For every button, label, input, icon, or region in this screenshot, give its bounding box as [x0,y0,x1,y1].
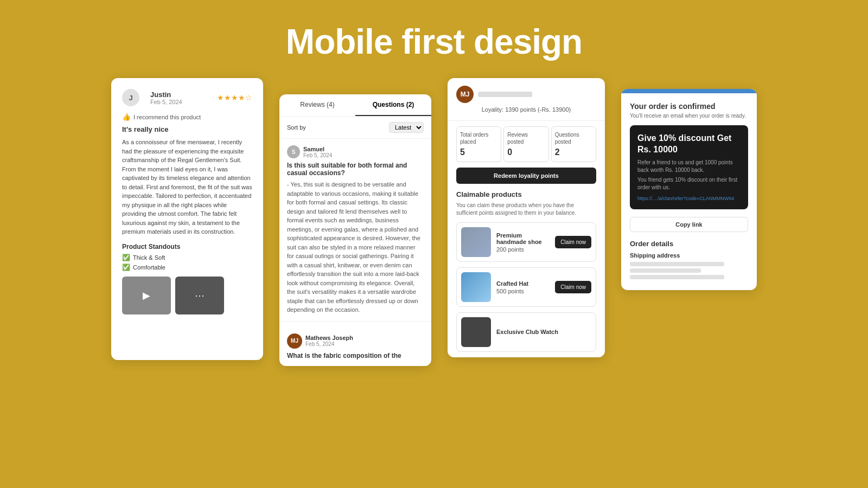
product-points-1: 200 points [496,246,550,253]
claim-button-1[interactable]: Claim now [555,236,591,248]
qa-asker-info-2: Mathews Joseph Feb 5, 2024 [305,335,353,347]
referral-title: Give 10% discount Get Rs. 10000 [637,133,741,156]
qa-question-2: What is the fabric composition of the [287,352,424,359]
qa-sort-row: Sort by Latest [279,117,431,139]
product-name-1: Premium handmade shoe [496,232,550,245]
loyalty-stat-orders: Total orders placed 5 [456,126,501,162]
stat-reviews-value: 0 [507,147,545,157]
qa-avatar-2: MJ [287,333,302,349]
page-title: Mobile first design [0,0,868,78]
qa-asker-name-1: Samuel [303,146,332,152]
loyalty-header: MJ Loyality: 1390 points (-Rs. 13900) [448,78,605,121]
order-confirmed-text: Your order is confirmed [630,102,748,111]
standouts-title: Product Standouts [122,243,252,251]
order-card: Your order is confirmed You'll receive a… [621,89,757,290]
product-points-2: 500 points [496,288,550,294]
address-bar-2 [630,268,701,273]
product-info-1: Premium handmade shoe 200 points [496,232,550,253]
qa-question-block-2: MJ Mathews Joseph Feb 5, 2024 What is th… [279,322,431,366]
qa-asker-info-1: Samuel Feb 5, 2024 [303,146,332,158]
loyalty-stat-questions: Questions posted 2 [551,126,596,162]
product-name-3: Exclusive Club Watch [496,329,591,335]
qa-card: Reviews (4) Questions (2) Sort by Latest… [279,94,431,366]
loyalty-user: MJ [456,86,596,103]
qa-asker-date-1: Feb 5, 2024 [303,152,332,158]
check-icon-1: ✅ [122,254,130,261]
claim-button-2[interactable]: Claim now [555,281,591,293]
qa-tabs: Reviews (4) Questions (2) [279,94,431,117]
recommend-line: 👍 I recommend this product [122,113,252,121]
recommend-text: I recommend this product [133,114,201,120]
loyalty-stat-reviews: Reviews posted 0 [503,126,548,162]
qa-avatar-1: S [287,145,300,158]
qa-question-block-1: S Samuel Feb 5, 2024 Is this suit suitab… [279,139,431,322]
order-content: Your order is confirmed You'll receive a… [621,93,757,290]
order-blue-bar [621,89,757,93]
reviewer-avatar: J [122,89,139,106]
check-icon-2: ✅ [122,264,130,271]
copy-link-button[interactable]: Copy link [630,217,748,232]
product-name-2: Crafted Hat [496,280,550,287]
tab-questions[interactable]: Questions (2) [355,94,431,116]
claimable-title: Claimable products [448,190,605,202]
qa-answer-1: - Yes, this suit is designed to be versa… [287,180,424,314]
loyalty-name-bar [478,92,532,97]
product-card-1: Premium handmade shoe 200 points Claim n… [456,222,596,262]
referral-box: Give 10% discount Get Rs. 10000 Refer a … [630,125,748,209]
sort-select[interactable]: Latest [389,122,424,133]
reviewer-date: Feb 5, 2024 [150,99,182,105]
star-rating: ★★★★☆ [217,93,252,102]
qa-asker-date-2: Feb 5, 2024 [305,341,353,347]
referral-link-row: https://..../a/clan/refer?code=CLANMMNW6… [637,196,741,202]
shipping-title: Shipping address [630,252,748,259]
sort-label: Sort by [287,124,306,131]
claimable-desc: You can claim these products when you ha… [448,202,605,222]
review-card: J Justin Feb 5, 2024 ★★★★☆ 👍 I recommend… [111,78,263,360]
loyalty-avatar: MJ [456,86,474,103]
product-thumb-watch [461,317,491,347]
stat-questions-value: 2 [555,147,592,157]
standout-item-2: ✅ Comfortable [122,264,252,271]
referral-link-text: https://..../a/clan/refer?code=CLANMMNW6… [637,196,741,202]
loyalty-card: MJ Loyality: 1390 points (-Rs. 13900) To… [448,78,605,357]
review-title: It's really nice [122,125,252,133]
product-card-3: Exclusive Club Watch [456,312,596,352]
product-thumb-shoe [461,227,491,257]
stat-questions-label: Questions posted [555,131,592,145]
loyalty-points-text: Loyality: 1390 points (-Rs. 13900) [456,106,596,113]
product-card-2: Crafted Hat 500 points Claim now [456,267,596,307]
standout-label-2: Comfortable [133,264,165,271]
order-details-section: Order details Shipping address [630,240,748,279]
referral-body: Refer a friend to us and get 1000 points… [637,159,741,174]
loyalty-stats: Total orders placed 5 Reviews posted 0 Q… [448,126,605,162]
review-header: J Justin Feb 5, 2024 ★★★★☆ [122,89,252,106]
order-sub-text: You'll receive an email when your order … [630,113,748,119]
stat-orders-label: Total orders placed [460,131,497,145]
standout-item-1: ✅ Thick & Soft [122,254,252,261]
address-bar-3 [630,275,724,279]
address-bar-1 [630,262,724,266]
review-body: As a connoisseur of fine menswear, I rec… [122,138,252,236]
tab-reviews[interactable]: Reviews (4) [279,94,355,116]
redeem-button[interactable]: Redeem loyality points [456,168,596,184]
order-details-title: Order details [630,240,748,248]
qa-question-1: Is this suit suitable for both formal an… [287,162,424,177]
qa-asker-2: MJ Mathews Joseph Feb 5, 2024 [287,333,424,349]
qa-asker-1: S Samuel Feb 5, 2024 [287,145,424,158]
media-row: ▶ ⋯ [122,277,252,314]
product-thumb-hat [461,272,491,302]
stat-orders-value: 5 [460,147,497,157]
reviewer-info: Justin Feb 5, 2024 [150,91,182,105]
product-info-3: Exclusive Club Watch [496,329,591,336]
media-thumb-1[interactable]: ▶ [122,277,171,314]
media-thumb-2[interactable]: ⋯ [175,277,224,314]
referral-sub: You friend gets 10% discount on their fi… [637,176,741,191]
stat-reviews-label: Reviews posted [507,131,545,145]
reviewer-name: Justin [150,91,182,99]
cards-container: J Justin Feb 5, 2024 ★★★★☆ 👍 I recommend… [0,78,868,366]
thumb-up-icon: 👍 [122,113,131,121]
qa-asker-name-2: Mathews Joseph [305,335,353,341]
product-info-2: Crafted Hat 500 points [496,280,550,294]
standout-label-1: Thick & Soft [133,254,165,261]
